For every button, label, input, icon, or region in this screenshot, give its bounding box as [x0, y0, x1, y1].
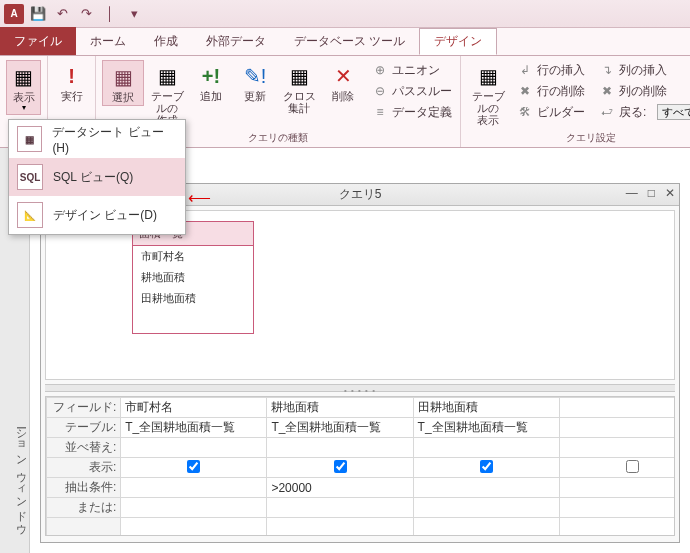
close-button[interactable]: ✕ [665, 186, 675, 200]
undo-icon[interactable]: ↶ [52, 4, 72, 24]
append-button[interactable]: +! 追加 [190, 60, 232, 104]
pencil-icon: ✎! [244, 62, 267, 90]
redo-icon[interactable]: ↷ [76, 4, 96, 24]
showtable-icon: ▦ [479, 62, 498, 90]
select-query-button[interactable]: ▦ 選択 [102, 60, 144, 106]
row-or: または: [47, 498, 676, 518]
row-field: フィールド: 市町村名 耕地面積 田耕地面積 [47, 398, 676, 418]
return-select[interactable]: すべて [657, 104, 690, 120]
passthrough-button[interactable]: ⊖パススルー [370, 81, 454, 101]
row-table: テーブル: T_全国耕地面積一覧 T_全国耕地面積一覧 T_全国耕地面積一覧 [47, 418, 676, 438]
app-icon: A [4, 4, 24, 24]
ins-row-icon: ↲ [517, 62, 533, 78]
delete-col-button[interactable]: ✖列の削除 [597, 81, 690, 101]
show-table-button[interactable]: ▦ テーブルの 表示 [467, 60, 509, 128]
delete-query-button[interactable]: ✕ 削除 [322, 60, 364, 104]
show-checkbox[interactable] [334, 460, 347, 473]
quick-access-toolbar: A 💾 ↶ ↷ │ ▾ クエリ ツール 商品管理 [0, 0, 690, 28]
query-grid[interactable]: フィールド: 市町村名 耕地面積 田耕地面積 テーブル: T_全国耕地面積一覧 … [45, 396, 675, 536]
tab-external[interactable]: 外部データ [192, 28, 280, 55]
query-window: クエリ5 — □ ✕ 面積一覧 市町村名 耕地面積 田耕地面積 • • • • … [40, 183, 680, 543]
show-checkbox[interactable] [480, 460, 493, 473]
row-show: 表示: [47, 458, 676, 478]
annotation-arrow: ⟵ [188, 188, 211, 207]
tab-create[interactable]: 作成 [140, 28, 192, 55]
design-grid-table: フィールド: 市町村名 耕地面積 田耕地面積 テーブル: T_全国耕地面積一覧 … [46, 397, 675, 536]
union-button[interactable]: ⊕ユニオン [370, 60, 454, 80]
datasheet-icon: ▦ [17, 126, 42, 152]
row-sort: 並べ替え: [47, 438, 676, 458]
splitter[interactable]: • • • • • [45, 384, 675, 392]
return-icon: ⮐ [599, 104, 615, 120]
view-design[interactable]: 📐 デザイン ビュー(D) [9, 196, 185, 234]
source-field[interactable]: 耕地面積 [133, 267, 253, 288]
separator-icon: │ [100, 4, 120, 24]
view-datasheet[interactable]: ▦ データシート ビュー(H) [9, 120, 185, 158]
run-button[interactable]: ! 実行 [54, 60, 89, 104]
source-field[interactable]: 市町村名 [133, 246, 253, 267]
source-field[interactable]: 田耕地面積 [133, 288, 253, 309]
maximize-button[interactable]: □ [648, 186, 655, 200]
view-button[interactable]: ▦ 表示 ▾ [6, 60, 41, 115]
builder-button[interactable]: 🛠ビルダー [515, 102, 587, 122]
table-icon: ▦ [114, 63, 133, 91]
ribbon-tabs: ファイル ホーム 作成 外部データ データベース ツール デザイン [0, 28, 690, 56]
show-checkbox[interactable] [187, 460, 200, 473]
datadef-button[interactable]: ≡データ定義 [370, 102, 454, 122]
minimize-button[interactable]: — [626, 186, 638, 200]
datadef-icon: ≡ [372, 104, 388, 120]
del-col-icon: ✖ [599, 83, 615, 99]
save-icon[interactable]: 💾 [28, 4, 48, 24]
design-icon: 📐 [17, 202, 43, 228]
row-criteria: 抽出条件: >20000 [47, 478, 676, 498]
exclaim-icon: ! [68, 62, 75, 90]
plus-icon: +! [202, 62, 220, 90]
crosstab-icon: ▦ [290, 62, 309, 90]
show-checkbox[interactable] [626, 460, 639, 473]
del-row-icon: ✖ [517, 83, 533, 99]
group-label-querysetup: クエリ設定 [467, 129, 690, 145]
update-button[interactable]: ✎! 更新 [234, 60, 276, 104]
insert-row-button[interactable]: ↲行の挿入 [515, 60, 587, 80]
return-button[interactable]: ⮐戻る: すべて [597, 102, 690, 122]
delete-x-icon: ✕ [335, 62, 352, 90]
tab-home[interactable]: ホーム [76, 28, 140, 55]
passthru-icon: ⊖ [372, 83, 388, 99]
chevron-down-icon: ▾ [22, 103, 26, 112]
source-table-box[interactable]: 面積一覧 市町村名 耕地面積 田耕地面積 [132, 221, 254, 334]
view-sql[interactable]: SQL SQL ビュー(Q) [9, 158, 185, 196]
relationship-pane[interactable]: 面積一覧 市町村名 耕地面積 田耕地面積 [45, 210, 675, 380]
ins-col-icon: ↴ [599, 62, 615, 78]
maketable-icon: ▦ [158, 62, 177, 90]
grid-icon: ▦ [14, 63, 33, 91]
qat-more-icon[interactable]: ▾ [124, 4, 144, 24]
delete-row-button[interactable]: ✖行の削除 [515, 81, 587, 101]
maketable-button[interactable]: ▦ テーブルの 作成 [146, 60, 188, 128]
sql-icon: SQL [17, 164, 43, 190]
tab-design[interactable]: デザイン [419, 28, 497, 55]
crosstab-button[interactable]: ▦ クロス 集計 [278, 60, 320, 116]
insert-col-button[interactable]: ↴列の挿入 [597, 60, 690, 80]
window-title: クエリ5 [339, 186, 382, 203]
view-dropdown-menu: ▦ データシート ビュー(H) SQL SQL ビュー(Q) 📐 デザイン ビュ… [8, 119, 186, 235]
builder-icon: 🛠 [517, 104, 533, 120]
tab-dbtools[interactable]: データベース ツール [280, 28, 419, 55]
union-icon: ⊕ [372, 62, 388, 78]
tab-file[interactable]: ファイル [0, 27, 76, 55]
